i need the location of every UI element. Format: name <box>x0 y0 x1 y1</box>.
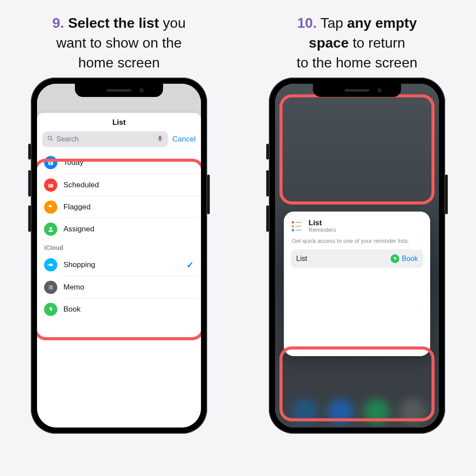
svg-point-21 <box>49 288 50 289</box>
widget-subtitle: Reminders <box>309 227 336 233</box>
step-10-column: 10. Tap any empty space to return to the… <box>238 0 476 476</box>
step-number: 10. <box>297 15 316 31</box>
widget-header: List Reminders <box>291 219 423 233</box>
list-item-label: Assigned <box>63 225 194 234</box>
list-item-assigned[interactable]: Assigned <box>63 218 201 240</box>
reminders-app-icon <box>291 220 303 232</box>
leaf-icon <box>390 254 399 263</box>
phone-volume-down <box>266 205 269 232</box>
svg-point-0 <box>48 136 52 140</box>
sheet-title: List <box>37 113 201 131</box>
list-item-label: Memo <box>63 283 194 292</box>
phone-volume-up <box>28 170 31 197</box>
svg-line-1 <box>51 139 52 141</box>
caption-text: home screen <box>78 55 160 71</box>
svg-rect-6 <box>49 163 52 163</box>
caption-text: you <box>163 15 186 31</box>
step-10-caption: 10. Tap any empty space to return to the… <box>297 13 417 72</box>
phone-screen[interactable]: List Reminders Get quick access to one o… <box>275 84 439 428</box>
phone-notch <box>75 84 163 97</box>
search-input[interactable]: Search <box>42 131 168 147</box>
svg-rect-2 <box>159 136 161 139</box>
list-item-label: Scheduled <box>63 181 194 190</box>
widget-row-value: Book <box>390 254 418 263</box>
phone-mute-switch <box>28 144 31 160</box>
widget-config-card: List Reminders Get quick access to one o… <box>284 212 430 356</box>
svg-point-14 <box>50 186 51 187</box>
search-row: Search Cancel <box>37 131 201 152</box>
checkmark-icon: ✓ <box>186 260 194 270</box>
svg-point-11 <box>50 185 51 186</box>
phone-notch <box>313 84 401 97</box>
smart-lists-section: Today Scheduled Flagged Assigned <box>37 152 201 240</box>
caption-bold: any empty <box>347 15 417 31</box>
list-item-shopping[interactable]: Shopping ✓ <box>37 254 201 276</box>
svg-rect-18 <box>50 286 53 286</box>
caption-text: to the home screen <box>297 55 417 71</box>
user-lists-section: Shopping ✓ Memo Book <box>37 254 201 320</box>
phone-volume-up <box>266 170 269 197</box>
step-number: 9. <box>52 15 64 31</box>
phone-mute-switch <box>266 144 269 160</box>
phone-screen: List Search Cancel <box>37 84 201 428</box>
phone-frame: List Reminders Get quick access to one o… <box>269 78 445 434</box>
svg-point-17 <box>49 286 50 286</box>
step-9-column: 9. Select the list you want to show on t… <box>0 0 238 476</box>
caption-bold: Select the list <box>68 15 159 31</box>
list-item-today[interactable]: Today <box>37 152 201 174</box>
phone-camera <box>139 88 144 93</box>
widget-title: List <box>309 219 336 227</box>
phone-power-button <box>207 175 210 214</box>
list-item-memo[interactable]: Memo <box>63 276 201 298</box>
search-icon <box>47 135 54 144</box>
caption-bold: space <box>309 35 349 51</box>
svg-point-13 <box>49 186 50 187</box>
phone-frame: List Search Cancel <box>31 78 207 434</box>
svg-point-15 <box>49 227 52 229</box>
list-item-flagged[interactable]: Flagged <box>63 196 201 218</box>
bullet-list-icon <box>44 281 57 294</box>
phone-camera <box>377 88 382 93</box>
widget-row-label: List <box>296 255 307 263</box>
cancel-button[interactable]: Cancel <box>172 135 196 144</box>
list-item-label: Today <box>63 158 194 167</box>
svg-rect-7 <box>49 164 51 164</box>
today-icon <box>44 156 57 169</box>
search-placeholder: Search <box>56 135 156 143</box>
list-item-label: Shopping <box>63 260 186 269</box>
phone-volume-down <box>28 205 31 232</box>
widget-list-selector[interactable]: List Book <box>291 249 423 268</box>
caption-text: to return <box>353 35 405 51</box>
svg-rect-5 <box>48 161 53 162</box>
phone-speaker <box>107 89 131 92</box>
phone-speaker <box>345 89 369 92</box>
caption-text: want to show on the <box>56 35 182 51</box>
person-icon <box>44 223 57 236</box>
svg-point-16 <box>51 264 52 265</box>
svg-rect-22 <box>50 289 53 289</box>
step-9-caption: 9. Select the list you want to show on t… <box>52 13 186 72</box>
svg-rect-20 <box>50 287 53 287</box>
list-item-label: Book <box>63 305 194 314</box>
calendar-icon <box>44 178 57 192</box>
mic-icon[interactable] <box>156 135 164 144</box>
list-item-label: Flagged <box>63 203 194 212</box>
list-item-scheduled[interactable]: Scheduled <box>63 174 201 196</box>
widget-description: Get quick access to one of your reminder… <box>292 238 422 244</box>
list-picker-sheet: List Search Cancel <box>37 113 201 428</box>
icloud-section-header: iCloud <box>37 240 201 254</box>
svg-point-12 <box>52 185 52 186</box>
list-item-book[interactable]: Book <box>63 298 201 320</box>
widget-row-value-text: Book <box>402 255 418 263</box>
phone-power-button <box>445 175 448 214</box>
flag-icon <box>44 201 57 214</box>
caption-text: Tap <box>320 15 343 31</box>
leaf-icon <box>44 303 57 316</box>
fish-icon <box>44 258 57 271</box>
svg-point-19 <box>49 287 50 288</box>
svg-rect-9 <box>48 183 53 184</box>
svg-point-10 <box>49 185 50 186</box>
